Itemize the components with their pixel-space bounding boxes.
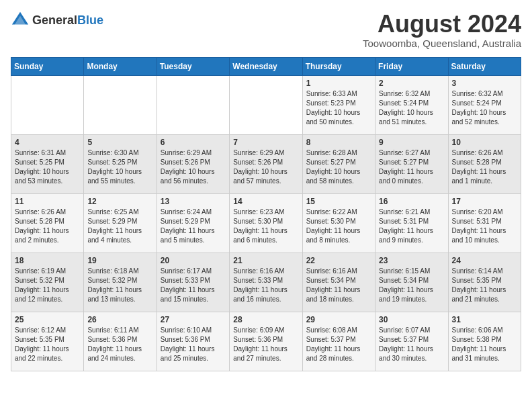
day-number: 9 [379, 138, 444, 147]
title-section: August 2024 Toowoomba, Queensland, Austr… [363, 11, 521, 49]
day-info: Sunrise: 6:12 AM Sunset: 5:35 PM Dayligh… [15, 326, 80, 363]
calendar-cell [157, 75, 229, 134]
calendar-cell: 8Sunrise: 6:28 AM Sunset: 5:27 PM Daylig… [302, 134, 375, 193]
day-number: 17 [452, 197, 517, 206]
day-number: 10 [452, 138, 517, 147]
calendar-week-row: 1Sunrise: 6:33 AM Sunset: 5:23 PM Daylig… [11, 75, 521, 134]
logo-icon [11, 11, 30, 30]
day-info: Sunrise: 6:32 AM Sunset: 5:24 PM Dayligh… [452, 89, 517, 127]
day-number: 29 [306, 315, 371, 324]
day-number: 5 [87, 138, 152, 147]
day-info: Sunrise: 6:21 AM Sunset: 5:31 PM Dayligh… [379, 208, 444, 245]
day-info: Sunrise: 6:26 AM Sunset: 5:28 PM Dayligh… [15, 208, 80, 245]
day-info: Sunrise: 6:16 AM Sunset: 5:33 PM Dayligh… [233, 267, 298, 304]
day-number: 11 [15, 197, 80, 206]
calendar-cell: 23Sunrise: 6:15 AM Sunset: 5:34 PM Dayli… [375, 253, 448, 312]
day-number: 7 [233, 138, 298, 147]
day-number: 14 [233, 197, 298, 206]
day-info: Sunrise: 6:25 AM Sunset: 5:29 PM Dayligh… [87, 208, 152, 245]
day-info: Sunrise: 6:31 AM Sunset: 5:25 PM Dayligh… [15, 148, 80, 186]
calendar-week-row: 4Sunrise: 6:31 AM Sunset: 5:25 PM Daylig… [11, 134, 521, 193]
day-number: 3 [452, 79, 517, 88]
logo-general: General [32, 13, 77, 27]
day-number: 26 [87, 315, 152, 324]
day-info: Sunrise: 6:08 AM Sunset: 5:37 PM Dayligh… [306, 326, 371, 363]
day-number: 20 [161, 256, 226, 265]
calendar-cell: 10Sunrise: 6:26 AM Sunset: 5:28 PM Dayli… [448, 134, 521, 193]
weekday-header-wednesday: Wednesday [230, 57, 302, 75]
day-number: 31 [452, 315, 517, 324]
day-info: Sunrise: 6:30 AM Sunset: 5:25 PM Dayligh… [87, 148, 152, 186]
calendar-cell: 22Sunrise: 6:16 AM Sunset: 5:34 PM Dayli… [302, 253, 375, 312]
day-info: Sunrise: 6:06 AM Sunset: 5:38 PM Dayligh… [452, 326, 517, 363]
weekday-header-sunday: Sunday [11, 57, 84, 75]
calendar-cell [230, 75, 302, 134]
day-info: Sunrise: 6:29 AM Sunset: 5:26 PM Dayligh… [233, 148, 298, 186]
calendar-cell: 17Sunrise: 6:20 AM Sunset: 5:31 PM Dayli… [448, 193, 521, 253]
day-info: Sunrise: 6:24 AM Sunset: 5:29 PM Dayligh… [161, 208, 226, 245]
calendar-cell: 15Sunrise: 6:22 AM Sunset: 5:30 PM Dayli… [302, 193, 375, 253]
calendar-cell: 6Sunrise: 6:29 AM Sunset: 5:26 PM Daylig… [157, 134, 229, 193]
calendar-cell: 31Sunrise: 6:06 AM Sunset: 5:38 PM Dayli… [448, 312, 521, 371]
calendar-week-row: 11Sunrise: 6:26 AM Sunset: 5:28 PM Dayli… [11, 193, 521, 253]
day-info: Sunrise: 6:19 AM Sunset: 5:32 PM Dayligh… [15, 267, 80, 304]
calendar-cell: 11Sunrise: 6:26 AM Sunset: 5:28 PM Dayli… [11, 193, 84, 253]
day-number: 27 [161, 315, 226, 324]
day-number: 13 [161, 197, 226, 206]
day-info: Sunrise: 6:11 AM Sunset: 5:36 PM Dayligh… [87, 326, 152, 363]
day-number: 1 [306, 79, 371, 88]
calendar-table: SundayMondayTuesdayWednesdayThursdayFrid… [11, 57, 521, 371]
calendar-cell: 16Sunrise: 6:21 AM Sunset: 5:31 PM Dayli… [375, 193, 448, 253]
weekday-header-row: SundayMondayTuesdayWednesdayThursdayFrid… [11, 57, 521, 75]
weekday-header-saturday: Saturday [448, 57, 521, 75]
day-number: 21 [233, 256, 298, 265]
calendar-week-row: 25Sunrise: 6:12 AM Sunset: 5:35 PM Dayli… [11, 312, 521, 371]
day-number: 8 [306, 138, 371, 147]
calendar-cell: 24Sunrise: 6:14 AM Sunset: 5:35 PM Dayli… [448, 253, 521, 312]
day-number: 25 [15, 315, 80, 324]
day-number: 16 [379, 197, 444, 206]
calendar-cell: 29Sunrise: 6:08 AM Sunset: 5:37 PM Dayli… [302, 312, 375, 371]
location-subtitle: Toowoomba, Queensland, Australia [363, 38, 521, 49]
calendar-cell: 27Sunrise: 6:10 AM Sunset: 5:36 PM Dayli… [157, 312, 229, 371]
calendar-cell: 4Sunrise: 6:31 AM Sunset: 5:25 PM Daylig… [11, 134, 84, 193]
day-info: Sunrise: 6:10 AM Sunset: 5:36 PM Dayligh… [161, 326, 226, 363]
day-number: 12 [87, 197, 152, 206]
day-info: Sunrise: 6:28 AM Sunset: 5:27 PM Dayligh… [306, 148, 371, 186]
day-number: 23 [379, 256, 444, 265]
day-info: Sunrise: 6:32 AM Sunset: 5:24 PM Dayligh… [379, 89, 444, 127]
day-info: Sunrise: 6:20 AM Sunset: 5:31 PM Dayligh… [452, 208, 517, 245]
calendar-cell: 19Sunrise: 6:18 AM Sunset: 5:32 PM Dayli… [84, 253, 157, 312]
day-info: Sunrise: 6:29 AM Sunset: 5:26 PM Dayligh… [161, 148, 226, 186]
weekday-header-tuesday: Tuesday [157, 57, 229, 75]
weekday-header-friday: Friday [375, 57, 448, 75]
calendar-cell: 26Sunrise: 6:11 AM Sunset: 5:36 PM Dayli… [84, 312, 157, 371]
day-number: 2 [379, 79, 444, 88]
calendar-cell: 25Sunrise: 6:12 AM Sunset: 5:35 PM Dayli… [11, 312, 84, 371]
calendar-cell: 2Sunrise: 6:32 AM Sunset: 5:24 PM Daylig… [375, 75, 448, 134]
day-info: Sunrise: 6:16 AM Sunset: 5:34 PM Dayligh… [306, 267, 371, 304]
day-info: Sunrise: 6:26 AM Sunset: 5:28 PM Dayligh… [452, 148, 517, 186]
day-number: 24 [452, 256, 517, 265]
day-info: Sunrise: 6:27 AM Sunset: 5:27 PM Dayligh… [379, 148, 444, 186]
weekday-header-thursday: Thursday [302, 57, 375, 75]
day-info: Sunrise: 6:18 AM Sunset: 5:32 PM Dayligh… [87, 267, 152, 304]
day-info: Sunrise: 6:09 AM Sunset: 5:36 PM Dayligh… [233, 326, 298, 363]
day-number: 15 [306, 197, 371, 206]
calendar-week-row: 18Sunrise: 6:19 AM Sunset: 5:32 PM Dayli… [11, 253, 521, 312]
weekday-header-monday: Monday [84, 57, 157, 75]
day-info: Sunrise: 6:14 AM Sunset: 5:35 PM Dayligh… [452, 267, 517, 304]
calendar-cell: 20Sunrise: 6:17 AM Sunset: 5:33 PM Dayli… [157, 253, 229, 312]
month-year-title: August 2024 [363, 11, 521, 38]
calendar-cell: 13Sunrise: 6:24 AM Sunset: 5:29 PM Dayli… [157, 193, 229, 253]
calendar-cell [84, 75, 157, 134]
calendar-cell: 5Sunrise: 6:30 AM Sunset: 5:25 PM Daylig… [84, 134, 157, 193]
day-info: Sunrise: 6:22 AM Sunset: 5:30 PM Dayligh… [306, 208, 371, 245]
day-number: 22 [306, 256, 371, 265]
day-number: 30 [379, 315, 444, 324]
calendar-cell: 1Sunrise: 6:33 AM Sunset: 5:23 PM Daylig… [302, 75, 375, 134]
day-number: 18 [15, 256, 80, 265]
day-number: 6 [161, 138, 226, 147]
calendar-cell: 18Sunrise: 6:19 AM Sunset: 5:32 PM Dayli… [11, 253, 84, 312]
calendar-cell: 28Sunrise: 6:09 AM Sunset: 5:36 PM Dayli… [230, 312, 302, 371]
